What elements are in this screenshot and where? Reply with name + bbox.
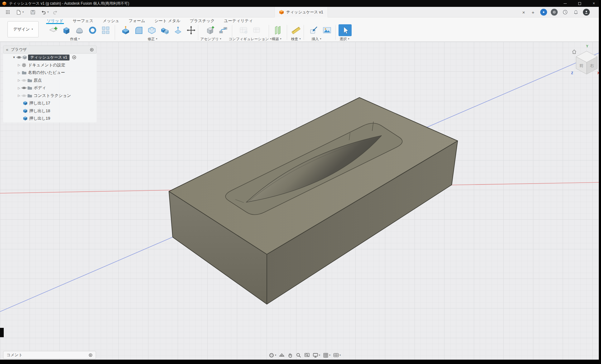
- viewcube[interactable]: 前 右: [572, 47, 601, 76]
- insert-canvas-button[interactable]: [321, 24, 333, 36]
- undo-history-caret[interactable]: [46, 9, 50, 15]
- group-modify[interactable]: 修正: [142, 37, 163, 41]
- document-tab[interactable]: ティッシュケース v1: [274, 7, 328, 17]
- look-at-button[interactable]: [279, 352, 285, 358]
- file-menu-caret[interactable]: [21, 9, 25, 15]
- collapse-browser-icon[interactable]: [6, 47, 8, 52]
- eye-icon[interactable]: [21, 94, 27, 98]
- redo-button[interactable]: [52, 9, 59, 15]
- disclosure-open-icon[interactable]: [12, 56, 16, 59]
- disclosure-closed-icon[interactable]: [17, 63, 21, 67]
- select-button[interactable]: [339, 24, 352, 36]
- group-construct[interactable]: 構築: [267, 37, 286, 41]
- joint-button[interactable]: [217, 24, 229, 36]
- disclosure-closed-icon[interactable]: [17, 71, 21, 74]
- tree-row-root[interactable]: ティッシュケース v1: [3, 54, 97, 61]
- save-button[interactable]: [29, 9, 36, 15]
- zoom-icon: [296, 352, 301, 358]
- tab-solid[interactable]: ソリッド: [46, 17, 64, 24]
- press-pull-button[interactable]: [120, 24, 132, 36]
- tab-surface[interactable]: サーフェス: [72, 17, 94, 24]
- combine-button[interactable]: [159, 24, 171, 36]
- configuration-table-button[interactable]: [238, 24, 249, 36]
- shell-button[interactable]: [146, 24, 158, 36]
- tree-row-extrude19[interactable]: 押し出し19: [3, 115, 97, 122]
- disclosure-closed-icon[interactable]: [17, 79, 21, 82]
- fit-button[interactable]: [304, 352, 310, 358]
- display-toggle-icon[interactable]: [90, 48, 94, 52]
- file-icon: [16, 10, 21, 15]
- tree-row-origin[interactable]: 原点: [3, 77, 97, 84]
- activate-component-radio[interactable]: [71, 55, 77, 60]
- move-button[interactable]: [185, 24, 197, 36]
- tree-row-construction[interactable]: コンストラクション: [3, 92, 97, 100]
- measure-button[interactable]: [290, 24, 302, 36]
- tab-mesh[interactable]: メッシュ: [102, 17, 120, 24]
- fillet-button[interactable]: [133, 24, 145, 36]
- insert-derive-button[interactable]: [308, 24, 320, 36]
- browser-header[interactable]: ブラウザ: [3, 46, 97, 54]
- group-inspect[interactable]: 検査: [286, 37, 305, 41]
- disclosure-closed-icon[interactable]: [17, 86, 21, 90]
- app-grid-menu-button[interactable]: [4, 9, 11, 15]
- comment-box[interactable]: コメント: [3, 351, 96, 359]
- eye-icon[interactable]: [21, 79, 27, 82]
- bell-icon: [573, 10, 579, 15]
- zoom-button[interactable]: [296, 352, 301, 358]
- extrude-button[interactable]: [60, 24, 72, 36]
- maximize-button[interactable]: [572, 0, 587, 7]
- coil-button[interactable]: [87, 24, 99, 36]
- viewports-button[interactable]: [333, 352, 341, 358]
- comment-toggle-icon[interactable]: [89, 353, 93, 357]
- viewcube-widget[interactable]: 前 右 Y Z X: [570, 45, 601, 77]
- workspace-selector[interactable]: デザイン: [7, 21, 39, 37]
- tab-sheetmetal[interactable]: シート メタル: [154, 17, 181, 24]
- grid-snaps-button[interactable]: [323, 352, 330, 358]
- title-bar: ティッシュケース v1 (g catsin) - Autodesk Fusion…: [0, 0, 601, 7]
- group-select[interactable]: 選択: [335, 37, 354, 41]
- extensions-button[interactable]: [540, 9, 547, 16]
- tree-row-label: 押し出し19: [29, 116, 50, 121]
- tree-row-document-settings[interactable]: ドキュメントの設定: [3, 61, 97, 69]
- group-assemble[interactable]: アセンブリ: [200, 37, 222, 41]
- offset-face-button[interactable]: [172, 24, 184, 36]
- close-document-tab-button[interactable]: ×: [520, 8, 527, 16]
- tab-utilities[interactable]: ユーティリティ: [224, 17, 254, 24]
- dropdown-caret-icon: [329, 354, 330, 357]
- minimize-button[interactable]: [558, 0, 572, 7]
- notifications-button[interactable]: [572, 9, 579, 16]
- job-status-button[interactable]: [562, 9, 569, 16]
- configuration-insert-button[interactable]: [251, 24, 262, 36]
- press-pull-icon: [121, 26, 130, 35]
- tree-row-named-views[interactable]: 名前の付いたビュー: [3, 69, 97, 77]
- undo-button[interactable]: [40, 9, 47, 15]
- pan-button[interactable]: [287, 352, 293, 358]
- revolve-button[interactable]: [74, 24, 85, 36]
- new-document-tab-button[interactable]: +: [529, 8, 537, 16]
- orbit-button[interactable]: [269, 352, 276, 358]
- dropdown-caret-icon: [280, 38, 281, 40]
- create-sketch-button[interactable]: [47, 24, 59, 36]
- disclosure-closed-icon[interactable]: [17, 94, 21, 97]
- tab-form[interactable]: フォーム: [128, 17, 146, 24]
- tree-row-extrude17[interactable]: 押し出し17: [3, 99, 97, 107]
- construction-plane-button[interactable]: [272, 24, 284, 36]
- eye-icon[interactable]: [21, 86, 27, 90]
- display-settings-button[interactable]: [313, 352, 320, 358]
- tree-row-bodies[interactable]: ボディ: [3, 84, 97, 92]
- active-component-badge[interactable]: ティッシュケース v1: [28, 55, 70, 60]
- file-menu-button[interactable]: [15, 9, 22, 15]
- pattern-button[interactable]: [100, 24, 112, 36]
- eye-icon[interactable]: [16, 55, 22, 59]
- user-avatar[interactable]: [583, 9, 590, 16]
- online-status-button[interactable]: [551, 9, 558, 16]
- tab-plastic[interactable]: プラスチック: [189, 17, 215, 24]
- group-insert[interactable]: 挿入: [307, 37, 326, 41]
- tree-row-extrude18[interactable]: 押し出し18: [3, 107, 97, 115]
- extrude-icon: [62, 26, 71, 35]
- folder-icon: [27, 86, 32, 90]
- group-create-label: 作成: [70, 37, 77, 41]
- group-configuration[interactable]: コンフィギュレーション: [230, 37, 270, 41]
- new-component-button[interactable]: [204, 24, 216, 36]
- group-create[interactable]: 作成: [64, 37, 86, 41]
